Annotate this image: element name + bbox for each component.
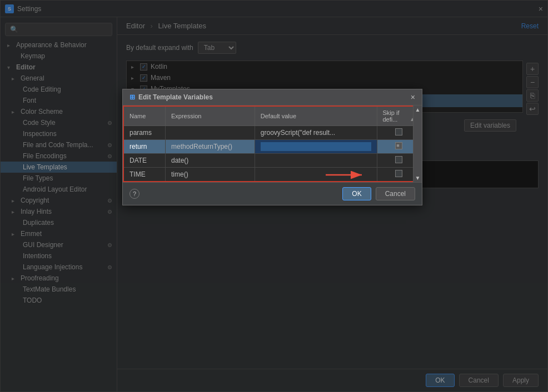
dialog-title-bar: ⊞ Edit Template Variables × — [123, 89, 422, 105]
var-skip-checkbox[interactable] — [395, 142, 402, 149]
dialog-cancel-button[interactable]: Cancel — [376, 187, 415, 200]
col-default: Default value — [255, 106, 377, 126]
edit-variables-dialog: ⊞ Edit Template Variables × Name Express… — [122, 89, 422, 205]
col-expression: Expression — [165, 106, 255, 126]
var-default — [255, 168, 377, 182]
var-skip-checkbox[interactable] — [395, 128, 402, 135]
dialog-icon: ⊞ — [129, 93, 135, 101]
var-default-input-cell[interactable] — [255, 140, 377, 154]
var-default: groovyScript("def result... — [255, 126, 377, 140]
scroll-up-icon[interactable]: ▲ — [414, 107, 422, 113]
dialog-title: ⊞ Edit Template Variables — [129, 93, 213, 101]
dialog-ok-button[interactable]: OK — [342, 187, 371, 200]
dialog-footer: ? OK Cancel — [123, 182, 422, 205]
dialog-close-icon[interactable]: × — [411, 93, 415, 102]
table-scrollbar[interactable]: ▲ ▼ — [413, 105, 422, 182]
var-name: return — [123, 140, 165, 154]
var-default-input[interactable] — [261, 142, 371, 151]
dialog-body: Name Expression Default value Skip if de… — [123, 105, 422, 205]
scroll-down-icon[interactable]: ▼ — [414, 175, 422, 181]
var-expression[interactable] — [165, 126, 255, 140]
var-name: DATE — [123, 154, 165, 168]
var-name: params — [123, 126, 165, 140]
var-row-params[interactable]: params groovyScript("def result... — [123, 126, 421, 140]
var-expression: time() — [165, 168, 255, 182]
var-expression: methodReturnType() — [165, 140, 255, 154]
dialog-title-text: Edit Template Variables — [138, 93, 213, 101]
var-expression: date() — [165, 154, 255, 168]
var-row-time[interactable]: TIME time() — [123, 168, 421, 182]
var-default — [255, 154, 377, 168]
dialog-overlay: ⊞ Edit Template Variables × Name Express… — [0, 0, 548, 392]
var-row-return[interactable]: return methodReturnType() — [123, 140, 421, 154]
col-name: Name — [123, 106, 165, 126]
dialog-buttons: OK Cancel — [342, 187, 415, 200]
var-skip-checkbox[interactable] — [395, 170, 402, 177]
var-skip-checkbox[interactable] — [395, 156, 402, 163]
help-icon[interactable]: ? — [129, 189, 140, 199]
variables-table: Name Expression Default value Skip if de… — [123, 105, 422, 182]
var-name: TIME — [123, 168, 165, 182]
var-row-date[interactable]: DATE date() — [123, 154, 421, 168]
